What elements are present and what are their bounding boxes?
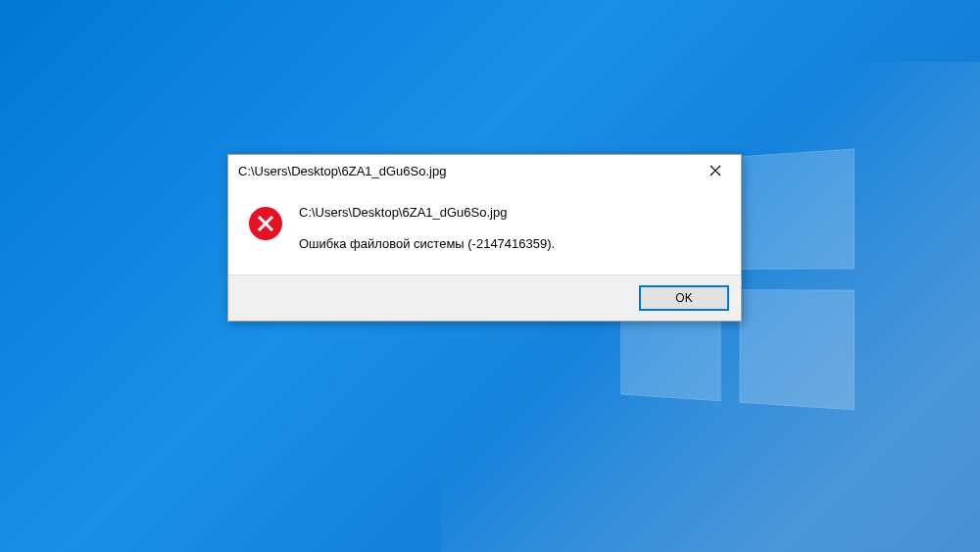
- message-path: C:\Users\Desktop\6ZA1_dGu6So.jpg: [299, 204, 721, 222]
- close-icon: [710, 165, 721, 176]
- error-icon: [248, 206, 283, 241]
- error-dialog: C:\Users\Desktop\6ZA1_dGu6So.jpg C:\User…: [227, 154, 742, 322]
- ok-button[interactable]: OK: [639, 285, 729, 311]
- close-button[interactable]: [696, 157, 735, 184]
- dialog-title: C:\Users\Desktop\6ZA1_dGu6So.jpg: [238, 164, 446, 178]
- dialog-footer: OK: [228, 275, 741, 321]
- dialog-titlebar[interactable]: C:\Users\Desktop\6ZA1_dGu6So.jpg: [228, 155, 741, 186]
- desktop-background: C:\Users\Desktop\6ZA1_dGu6So.jpg C:\User…: [0, 0, 980, 552]
- dialog-message: C:\Users\Desktop\6ZA1_dGu6So.jpg Ошибка …: [299, 204, 721, 253]
- dialog-body: C:\Users\Desktop\6ZA1_dGu6So.jpg Ошибка …: [228, 186, 741, 275]
- message-error-text: Ошибка файловой системы (-2147416359).: [299, 235, 721, 253]
